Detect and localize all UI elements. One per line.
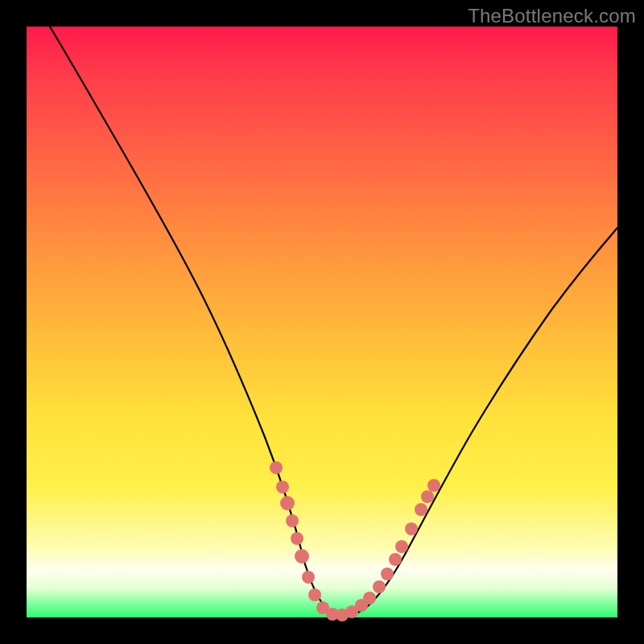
marker-dot — [395, 540, 408, 553]
marker-dot — [405, 522, 418, 535]
marker-dot — [308, 588, 321, 601]
marker-dot — [363, 592, 376, 605]
marker-dot — [291, 532, 303, 545]
marker-dot — [302, 571, 315, 584]
marker-dot — [280, 496, 295, 510]
marker-dot — [415, 503, 427, 516]
marker-dot — [389, 553, 402, 566]
watermark-text: TheBottleneck.com — [468, 5, 636, 27]
curve-svg — [27, 27, 617, 617]
bottleneck-curve — [50, 27, 617, 616]
marker-dot — [427, 479, 440, 492]
marker-dot — [286, 514, 299, 527]
marker-dots-group — [270, 461, 440, 621]
marker-dot — [270, 461, 283, 474]
marker-dot — [295, 549, 309, 564]
marker-dot — [373, 580, 386, 593]
marker-dot — [421, 490, 434, 503]
marker-dot — [276, 481, 289, 493]
marker-dot — [381, 568, 394, 580]
plot-area — [27, 27, 617, 617]
chart-frame: TheBottleneck.com — [0, 0, 644, 644]
